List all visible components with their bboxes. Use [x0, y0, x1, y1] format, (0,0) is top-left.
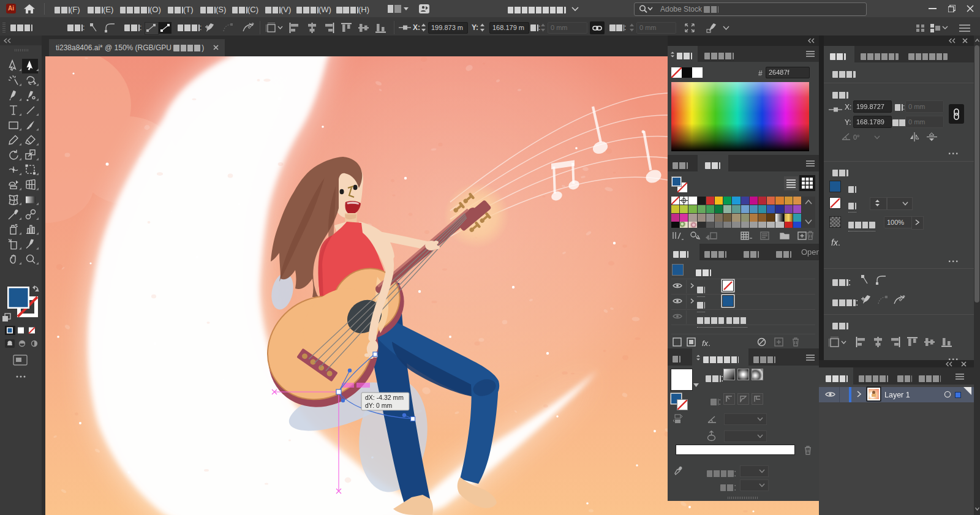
svg-text:dX: -4.32 mm: dX: -4.32 mm: [365, 394, 404, 401]
svg-text:dY: 0 mm: dY: 0 mm: [365, 402, 393, 409]
